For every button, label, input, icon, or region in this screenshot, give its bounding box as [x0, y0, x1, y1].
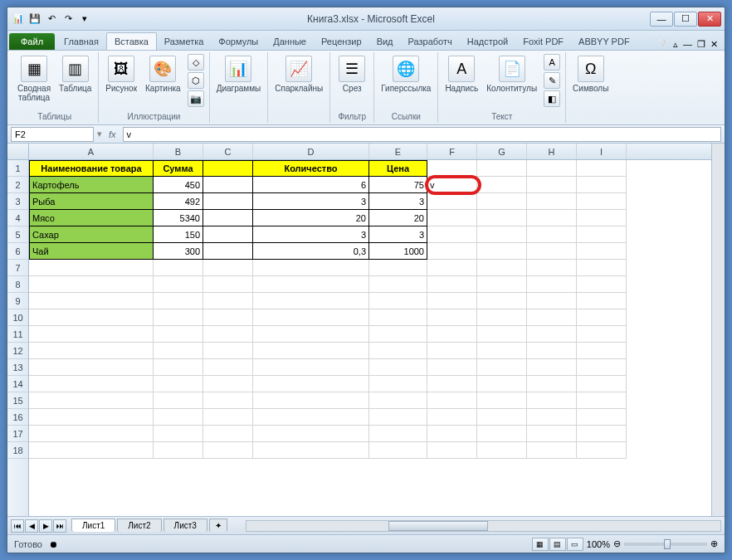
cell-A10[interactable]: [29, 309, 154, 326]
sparklines-button[interactable]: 📈Спарклайны: [273, 54, 325, 95]
cell-H6[interactable]: [527, 243, 577, 260]
cell-H18[interactable]: [527, 442, 577, 459]
cell-G2[interactable]: [477, 177, 527, 193]
row-header-2[interactable]: 2: [7, 177, 28, 193]
symbols-button[interactable]: ΩСимволы: [571, 54, 610, 95]
cell-E3[interactable]: 3: [369, 193, 427, 210]
cell-H14[interactable]: [527, 376, 577, 392]
cell-F9[interactable]: [427, 293, 477, 309]
cell-G6[interactable]: [477, 243, 527, 260]
new-sheet-icon[interactable]: ✦: [209, 519, 227, 532]
ribbon-minimize-icon[interactable]: ▵: [673, 39, 678, 50]
row-header-7[interactable]: 7: [7, 260, 28, 276]
macro-record-icon[interactable]: ⏺: [49, 539, 58, 549]
cell-I5[interactable]: [577, 226, 627, 243]
table-button[interactable]: ▥Таблица: [57, 54, 93, 95]
row-header-5[interactable]: 5: [7, 226, 28, 243]
sheet-first-icon[interactable]: ⏮: [11, 519, 24, 533]
cell-E2[interactable]: 75: [369, 177, 427, 193]
cell-B3[interactable]: 492: [154, 193, 203, 210]
fx-icon[interactable]: fx: [105, 129, 120, 139]
tab-developer[interactable]: Разработч: [401, 33, 460, 50]
cell-A17[interactable]: [29, 426, 154, 442]
row-header-9[interactable]: 9: [7, 293, 28, 309]
cell-I7[interactable]: [577, 260, 627, 276]
cell-E1[interactable]: Цена: [369, 160, 427, 177]
tab-view[interactable]: Вид: [369, 33, 401, 50]
cell-F1[interactable]: [427, 160, 477, 177]
cell-F2[interactable]: v: [427, 177, 477, 193]
cell-F5[interactable]: [427, 226, 477, 243]
close-button[interactable]: ✕: [698, 12, 721, 27]
cell-B10[interactable]: [154, 309, 203, 326]
sheet-next-icon[interactable]: ▶: [39, 519, 52, 533]
cell-H3[interactable]: [527, 193, 577, 210]
cell-G7[interactable]: [477, 260, 527, 276]
zoom-in-icon[interactable]: ⊕: [710, 538, 718, 549]
cell-F18[interactable]: [427, 442, 477, 459]
cell-G4[interactable]: [477, 210, 527, 226]
doc-restore-icon[interactable]: ❐: [697, 39, 705, 50]
row-header-15[interactable]: 15: [7, 392, 28, 409]
normal-view-icon[interactable]: ▦: [532, 538, 549, 551]
cell-B12[interactable]: [154, 343, 203, 359]
cell-A16[interactable]: [29, 409, 154, 426]
col-header-B[interactable]: B: [154, 144, 203, 159]
cell-A8[interactable]: [29, 276, 154, 293]
textbox-button[interactable]: AНадпись: [443, 54, 480, 95]
cell-I9[interactable]: [577, 293, 627, 309]
cell-B2[interactable]: 450: [154, 177, 203, 193]
cell-G12[interactable]: [477, 343, 527, 359]
save-icon[interactable]: 💾: [27, 12, 42, 27]
zoom-out-icon[interactable]: ⊖: [613, 538, 621, 549]
cell-C8[interactable]: [203, 276, 253, 293]
smartart-icon[interactable]: ⬡: [188, 72, 204, 89]
cell-E8[interactable]: [369, 276, 427, 293]
sheet-tab-3[interactable]: Лист3: [163, 519, 207, 532]
cell-C18[interactable]: [203, 442, 253, 459]
cell-B13[interactable]: [154, 359, 203, 376]
cell-E6[interactable]: 1000: [369, 243, 427, 260]
select-all-corner[interactable]: [7, 144, 29, 160]
cell-B11[interactable]: [154, 326, 203, 343]
cell-H1[interactable]: [527, 160, 577, 177]
cell-A15[interactable]: [29, 392, 154, 409]
cell-C2[interactable]: [203, 177, 253, 193]
cell-G3[interactable]: [477, 193, 527, 210]
cell-F15[interactable]: [427, 392, 477, 409]
cell-C15[interactable]: [203, 392, 253, 409]
cell-C12[interactable]: [203, 343, 253, 359]
slicer-button[interactable]: ☰Срез: [335, 54, 368, 95]
cell-E15[interactable]: [369, 392, 427, 409]
cell-I2[interactable]: [577, 177, 627, 193]
object-icon[interactable]: ◧: [544, 90, 560, 107]
cell-B8[interactable]: [154, 276, 203, 293]
cell-D13[interactable]: [253, 359, 369, 376]
cell-G16[interactable]: [477, 409, 527, 426]
cell-B1[interactable]: Сумма: [154, 160, 203, 177]
cell-A3[interactable]: Рыба: [29, 193, 154, 210]
cell-H8[interactable]: [527, 276, 577, 293]
cell-B9[interactable]: [154, 293, 203, 309]
cell-H9[interactable]: [527, 293, 577, 309]
row-header-12[interactable]: 12: [7, 343, 28, 359]
cell-A13[interactable]: [29, 359, 154, 376]
cell-F16[interactable]: [427, 409, 477, 426]
cell-I14[interactable]: [577, 376, 627, 392]
cell-D8[interactable]: [253, 276, 369, 293]
cell-A9[interactable]: [29, 293, 154, 309]
cell-A5[interactable]: Сахар: [29, 226, 154, 243]
cell-F7[interactable]: [427, 260, 477, 276]
zoom-slider-thumb[interactable]: [664, 539, 671, 549]
page-layout-view-icon[interactable]: ▤: [549, 538, 566, 551]
tab-layout[interactable]: Разметка: [157, 33, 212, 50]
cell-C16[interactable]: [203, 409, 253, 426]
cells[interactable]: Наименование товараСуммаКоличествоЦенаКа…: [29, 160, 711, 516]
cell-H7[interactable]: [527, 260, 577, 276]
cell-C11[interactable]: [203, 326, 253, 343]
tab-addins[interactable]: Надстрой: [460, 33, 515, 50]
cell-F11[interactable]: [427, 326, 477, 343]
zoom-level[interactable]: 100%: [587, 539, 610, 549]
zoom-slider[interactable]: [624, 543, 707, 546]
cell-H16[interactable]: [527, 409, 577, 426]
